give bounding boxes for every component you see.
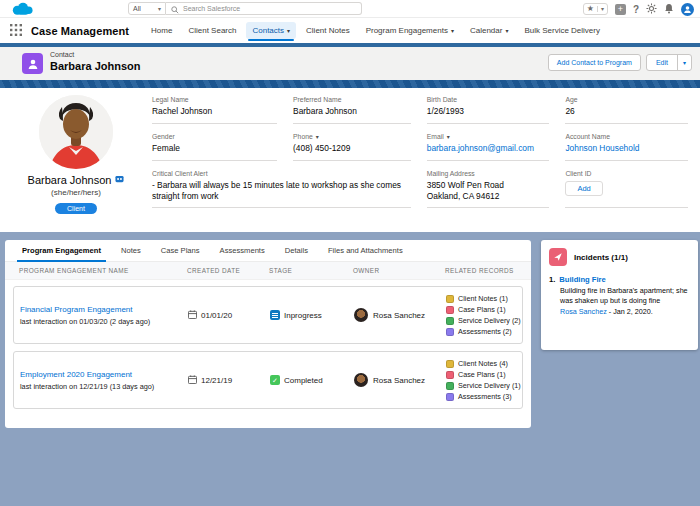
related-assessments[interactable]: Assessments (3) [446, 392, 522, 401]
stage-cell: Inprogress [270, 310, 354, 320]
incident-author-link[interactable]: Rosa Sanchez [560, 307, 607, 316]
related-service-delivery[interactable]: Service Delivery (1) [446, 381, 522, 390]
incident-link[interactable]: Building Fire [559, 275, 605, 284]
setup-gear-icon[interactable] [646, 0, 657, 18]
col-stage: STAGE [269, 267, 353, 274]
profile-name: Barbara Johnson [28, 174, 112, 186]
stage-cell: ✓ Completed [270, 375, 354, 385]
contact-object-icon [22, 53, 43, 74]
email-link[interactable]: barbara.johnson@gmail.com [427, 143, 550, 154]
tab-program-engagement[interactable]: Program Engagement [17, 240, 106, 261]
record-title-block: Contact Barbara Johnson [50, 51, 140, 72]
tab-files-and-attachments[interactable]: Files and Attachments [323, 240, 408, 261]
edit-split-button: Edit ▾ [646, 54, 692, 71]
field-mailing-address: Mailing Address 3850 Wolf Pen RoadOaklan… [427, 170, 550, 208]
brand-banner [0, 80, 700, 88]
field-age: Age 26 [565, 96, 688, 124]
incidents-title: Incidents (1/1) [574, 253, 628, 262]
nav-item-client-notes[interactable]: Client Notes [300, 22, 356, 39]
chevron-down-icon: ▾ [505, 27, 508, 34]
chevron-down-icon: ▾ [158, 5, 161, 12]
help-icon[interactable]: ? [633, 4, 639, 15]
chevron-down-icon: ▾ [447, 133, 450, 140]
tab-details[interactable]: Details [280, 240, 313, 261]
favorite-star-icon[interactable]: ★ [584, 5, 597, 13]
related-client-notes[interactable]: Client Notes (4) [446, 359, 522, 368]
nav-items: Home Client Search Contacts▾ Client Note… [145, 18, 606, 43]
fields-grid: Legal Name Rachel Johnson Preferred Name… [152, 96, 688, 208]
related-assessments[interactable]: Assessments (2) [446, 327, 522, 336]
tab-assessments[interactable]: Assessments [215, 240, 270, 261]
engagement-name-cell: Employment 2020 Engagement last interact… [20, 370, 188, 391]
incident-description: Building fire in Barbara's apartment; sh… [560, 286, 690, 306]
record-entity-label: Contact [50, 51, 140, 58]
field-legal-name: Legal Name Rachel Johnson [152, 96, 277, 124]
related-records-cell: Client Notes (1) Case Plans (1) Service … [446, 294, 522, 336]
engagement-link[interactable]: Financial Program Engagement [20, 305, 188, 314]
account-link[interactable]: Johnson Household [565, 143, 688, 154]
user-avatar[interactable] [681, 3, 694, 16]
record-tabs: Program Engagement Notes Case Plans Asse… [5, 240, 531, 262]
app-launcher-icon[interactable] [10, 22, 22, 40]
nav-item-program-engagements[interactable]: Program Engagements▾ [360, 22, 460, 39]
engagement-row: Employment 2020 Engagement last interact… [13, 351, 523, 409]
completed-check-icon: ✓ [270, 375, 280, 385]
created-date-cell: 12/21/19 [188, 375, 270, 386]
chevron-down-icon: ▾ [451, 27, 454, 34]
owner-cell: Rosa Sanchez [354, 373, 446, 387]
profile-name-row: Barbara Johnson [12, 174, 140, 186]
global-actions-icon[interactable]: + [615, 4, 626, 15]
search-scope-dropdown[interactable]: All ▾ [128, 2, 166, 15]
tab-case-plans[interactable]: Case Plans [156, 240, 205, 261]
owner-avatar [354, 373, 368, 387]
field-preferred-name: Preferred Name Barbara Johnson [293, 96, 411, 124]
salesforce-window: All ▾ Search Salesforce ★ ▾ + ? [0, 0, 700, 506]
owner-name: Rosa Sanchez [373, 311, 425, 320]
search-scope-value: All [133, 5, 141, 12]
related-case-plans[interactable]: Case Plans (1) [446, 305, 522, 314]
favorites-chevron-down-icon[interactable]: ▾ [597, 6, 607, 12]
owner-cell: Rosa Sanchez [354, 308, 446, 322]
notifications-bell-icon[interactable] [664, 0, 674, 18]
nav-item-client-search[interactable]: Client Search [182, 22, 242, 39]
utility-bar: All ▾ Search Salesforce ★ ▾ + ? [0, 0, 700, 18]
edit-chevron-down-icon[interactable]: ▾ [677, 55, 691, 70]
app-name: Case Management [31, 25, 129, 37]
profile-photo [39, 95, 113, 169]
nav-item-home[interactable]: Home [145, 22, 178, 39]
search-icon [171, 0, 179, 18]
field-birth-date: Birth Date 1/26/1993 [427, 96, 550, 124]
assessments-icon [446, 328, 454, 336]
record-header: Contact Barbara Johnson Add Contact to P… [0, 47, 700, 80]
field-phone: Phone▾ (408) 450-1209 [293, 133, 411, 161]
related-service-delivery[interactable]: Service Delivery (2) [446, 316, 522, 325]
incident-object-icon [549, 248, 567, 266]
related-client-notes[interactable]: Client Notes (1) [446, 294, 522, 303]
edit-button[interactable]: Edit [647, 55, 677, 70]
utility-icons: ★ ▾ + ? [583, 2, 694, 16]
add-contact-to-program-button[interactable]: Add Contact to Program [548, 54, 641, 71]
chevron-down-icon: ▾ [287, 27, 290, 34]
search-placeholder: Search Salesforce [183, 5, 240, 12]
profile-pronouns: (she/her/hers) [12, 188, 140, 197]
nav-item-bulk-service-delivery[interactable]: Bulk Service Delivery [518, 22, 606, 39]
inprogress-stage-icon [270, 310, 280, 320]
engagement-row: Financial Program Engagement last intera… [13, 286, 523, 344]
field-client-id: Client ID Add [565, 170, 688, 208]
client-notes-icon [446, 295, 454, 303]
tab-notes[interactable]: Notes [116, 240, 146, 261]
incident-item: 1. Building Fire Building fire in Barbar… [549, 275, 690, 316]
col-owner: OWNER [353, 267, 445, 274]
related-case-plans[interactable]: Case Plans (1) [446, 370, 522, 379]
profile-column: Barbara Johnson (she/her/hers) Client [12, 95, 140, 215]
nav-item-contacts[interactable]: Contacts▾ [246, 22, 296, 39]
nav-item-calendar[interactable]: Calendar▾ [464, 22, 514, 39]
record-name: Barbara Johnson [50, 60, 140, 72]
client-badge[interactable]: Client [55, 203, 97, 214]
engagement-link[interactable]: Employment 2020 Engagement [20, 370, 188, 379]
client-id-add-button[interactable]: Add [565, 181, 602, 196]
field-account-name: Account Name Johnson Household [565, 133, 688, 161]
owner-avatar [354, 308, 368, 322]
case-plans-icon [446, 306, 454, 314]
search-input[interactable]: Search Salesforce [166, 2, 362, 15]
